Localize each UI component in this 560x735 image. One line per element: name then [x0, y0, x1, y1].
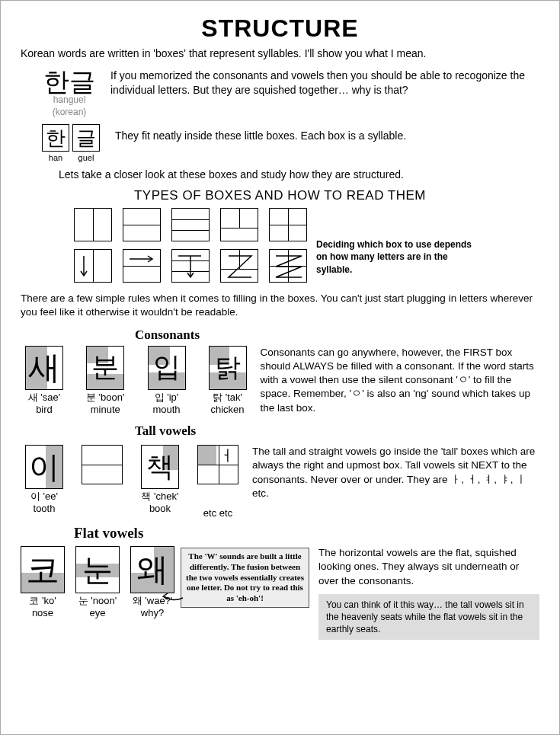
consonant-box-ip: 입 [148, 346, 186, 390]
consonant-eng-tak: chicken [210, 404, 244, 415]
korean-word-hanguel: 한글 [43, 69, 95, 94]
closer-text: Lets take a closer look at these boxes a… [59, 168, 539, 181]
consonant-eng-sae: bird [36, 404, 53, 415]
flat-eng-ko: nose [32, 607, 53, 618]
box-arrow-4 [220, 249, 258, 283]
tall-explain: The tall and straight vowels go inside t… [252, 445, 539, 500]
tall-vowels-heading: Tall vowels [135, 423, 539, 439]
tall-vowel-examples: 이 이 'ee'tooth 책 책 'chek'book ㅓ [25, 445, 238, 519]
box-arrow-2 [123, 249, 161, 283]
example-boxes: 한 han 글 guel They fit neatly inside thes… [21, 124, 539, 162]
tall-box-plain-h [82, 445, 123, 484]
flat-box-noon: 눈 [75, 546, 120, 593]
box-arrow-5 [269, 249, 307, 283]
tall-label-chek: 책 'chek' [141, 491, 178, 502]
tall-eng-chek: book [149, 503, 171, 514]
box-type-grid [74, 208, 307, 283]
types-heading: TYPES OF BOXES AND HOW TO READ THEM [21, 188, 539, 203]
consonants-explain: Consonants can go anywhere, however, the… [261, 346, 540, 415]
flat-label-noon: 눈 'noon' [78, 595, 117, 606]
w-sound-callout: The 'W' sounds are built a little differ… [181, 548, 309, 608]
consonant-eng-ip: mouth [152, 404, 180, 415]
syllable-label-han: han [49, 153, 62, 162]
flat-label-ko: 코 'ko' [29, 595, 56, 606]
side-note: Deciding which box to use depends on how… [316, 238, 484, 283]
box-type-3 [171, 208, 210, 241]
consonant-label-tak: 탉 'tak' [213, 391, 242, 403]
consonant-eng-boon: minute [91, 404, 120, 415]
page-title: STRUCTURE [21, 14, 539, 43]
heavenly-earthly-tip: You can think of it this way… the tall v… [318, 594, 539, 641]
flat-vowel-examples: 코 코 'ko'nose 눈 눈 'noon'eye 왜 왜 'wae?'why… [21, 546, 174, 620]
box-type-2 [123, 208, 161, 241]
tall-eng-ee: tooth [34, 503, 56, 514]
box-type-4 [220, 208, 258, 241]
tall-box-chek: 책 [141, 445, 179, 489]
consonants-heading: Consonants [135, 328, 539, 343]
consonant-box-sae: 새 [25, 346, 63, 390]
flat-box-wae: 왜 [130, 546, 174, 593]
intro-text: Korean words are written in 'boxes' that… [21, 47, 539, 59]
flat-box-ko: 코 [21, 546, 65, 593]
tall-etc: etc etc [203, 507, 232, 519]
box-type-1 [74, 208, 112, 241]
consonant-label-boon: 분 'boon' [86, 391, 125, 403]
example2-text: They fit neatly inside these little boxe… [115, 124, 539, 143]
example-hanguel: 한글 hanguel (korean) If you memorized the… [21, 69, 539, 118]
tall-box-ee: 이 [25, 445, 63, 489]
syllable-label-guel: guel [78, 153, 94, 162]
callout-arrow-icon [162, 590, 184, 606]
tall-box-plain-grid: ㅓ [197, 445, 238, 484]
consonant-box-boon: 분 [86, 346, 124, 390]
box-arrow-3 [171, 249, 210, 283]
box-type-5 [269, 208, 307, 241]
consonant-label-sae: 새 'sae' [28, 391, 61, 403]
rules-text: There are a few simple rules when it com… [21, 292, 539, 319]
flat-eng-wae: why? [141, 607, 164, 618]
consonant-box-tak: 탉 [209, 346, 247, 390]
translation-hanguel: (korean) [53, 107, 87, 119]
flat-vowels-heading: Flat vowels [74, 525, 539, 542]
romanization-hanguel: hanguel [53, 94, 86, 107]
consonant-examples: 새 새 'sae'bird 분 분 'boon'minute 입 입 'ip' [25, 346, 247, 417]
consonant-label-ip: 입 'ip' [155, 391, 179, 403]
syllable-box-han: 한 [42, 124, 69, 152]
flat-explain: The horizontal vowels are the flat, squi… [318, 546, 539, 588]
tall-label-ee: 이 'ee' [30, 491, 58, 502]
box-arrow-1 [74, 249, 112, 283]
flat-eng-noon: eye [90, 607, 106, 618]
example1-text: If you memorized the consonants and vowe… [110, 69, 539, 97]
syllable-box-guel: 글 [72, 124, 100, 152]
